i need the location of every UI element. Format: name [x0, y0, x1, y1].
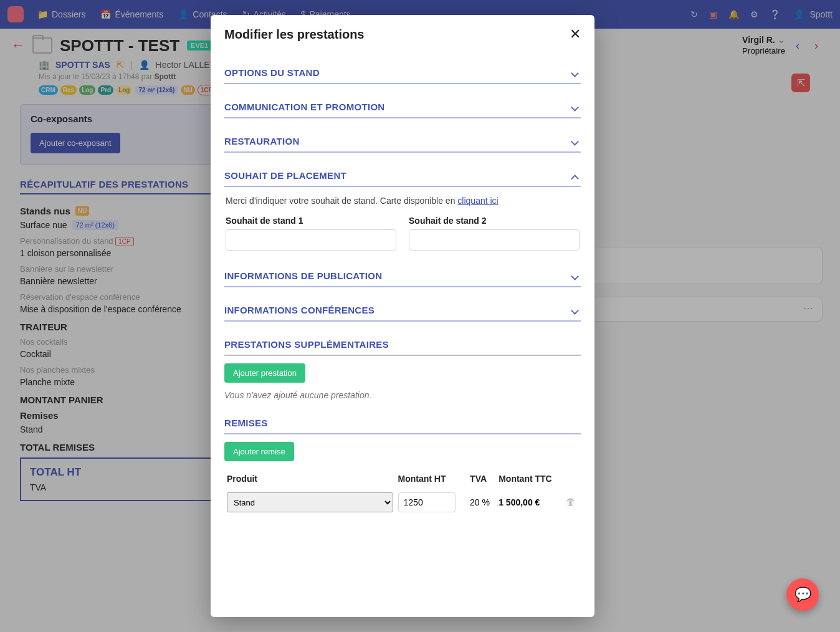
chevron-down-icon — [572, 69, 581, 77]
section-communication[interactable]: COMMUNICATION ET PROMOTION — [224, 98, 581, 118]
table-row: Stand 20 % 1 500,00 € 🗑 — [224, 487, 581, 517]
section-options-stand[interactable]: OPTIONS DU STAND — [224, 64, 581, 84]
remise-ttc-value: 1 500,00 € — [496, 487, 563, 517]
col-montant-ttc: Montant TTC — [496, 470, 563, 487]
section-restauration[interactable]: RESTAURATION — [224, 132, 581, 153]
section-remises: REMISES — [224, 414, 581, 434]
close-button[interactable]: ✕ — [570, 26, 581, 42]
remises-table: Produit Montant HT TVA Montant TTC Stand… — [224, 470, 581, 517]
col-tva: TVA — [467, 470, 496, 487]
chevron-up-icon — [572, 171, 581, 180]
wish2-input[interactable] — [409, 229, 580, 251]
add-remise-button[interactable]: Ajouter remise — [224, 442, 294, 461]
no-prestation-text: Vous n'avez ajouté aucune prestation. — [224, 390, 581, 400]
wish1-input[interactable] — [226, 229, 396, 251]
add-prestation-button[interactable]: Ajouter prestation — [224, 363, 305, 383]
remise-tva-value: 20 % — [467, 487, 496, 517]
col-montant-ht: Montant HT — [396, 470, 468, 487]
col-produit: Produit — [224, 470, 396, 487]
modal-edit-prestations: Modifier les prestations ✕ OPTIONS DU ST… — [211, 15, 594, 617]
chevron-down-icon — [572, 306, 581, 315]
chat-bubble-button[interactable]: 💬 — [786, 578, 819, 611]
section-placement[interactable]: SOUHAIT DE PLACEMENT — [224, 166, 581, 187]
remise-ht-input[interactable] — [398, 492, 456, 512]
chevron-down-icon — [572, 137, 581, 146]
delete-remise-icon[interactable]: 🗑 — [566, 497, 576, 507]
wish2-label: Souhait de stand 2 — [409, 216, 580, 226]
chevron-down-icon — [572, 103, 581, 112]
section-extra: PRESTATIONS SUPPLÉMENTAIRES — [224, 335, 581, 356]
modal-title: Modifier les prestations — [224, 27, 365, 42]
remise-product-select[interactable]: Stand — [227, 492, 393, 512]
placement-map-link[interactable]: cliquant ici — [457, 196, 498, 206]
chevron-down-icon — [572, 272, 581, 280]
wish1-label: Souhait de stand 1 — [226, 216, 396, 226]
section-publication[interactable]: INFORMATIONS DE PUBLICATION — [224, 267, 581, 287]
section-placement-body: Merci d'indiquer votre souhait de stand.… — [224, 187, 581, 253]
section-conferences[interactable]: INFORMATIONS CONFÉRENCES — [224, 301, 581, 322]
